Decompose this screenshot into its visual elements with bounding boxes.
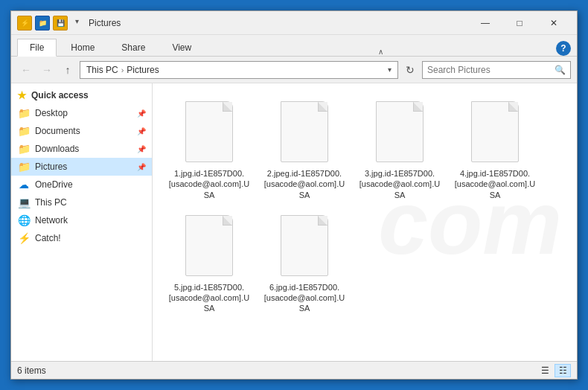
up-button[interactable]: ↑ bbox=[59, 61, 77, 79]
sidebar-item-thispc[interactable]: 💻 This PC bbox=[11, 194, 152, 211]
grid-view-button[interactable]: ☷ bbox=[555, 364, 571, 377]
star-icon: ★ bbox=[17, 89, 27, 101]
minimize-button[interactable]: — bbox=[468, 11, 502, 35]
quick-access-label: Quick access bbox=[31, 90, 89, 100]
quick-access-header[interactable]: ★ Quick access bbox=[11, 86, 152, 104]
file-icon-2 bbox=[278, 98, 331, 165]
sidebar-item-desktop[interactable]: 📁 Desktop 📌 bbox=[11, 104, 152, 122]
file-name-6: 6.jpg.id-1E857D00.[usacode@aol.com].USA bbox=[263, 282, 345, 314]
file-item-5[interactable]: 5.jpg.id-1E857D00.[usacode@aol.com].USA bbox=[164, 209, 254, 317]
file-name-3: 3.jpg.id-1E857D00.[usacode@aol.com].USA bbox=[359, 168, 441, 200]
folder-icon-documents: 📁 bbox=[17, 124, 31, 138]
tab-file[interactable]: File bbox=[17, 39, 57, 57]
file-icon-3 bbox=[373, 98, 426, 165]
sidebar-label-documents: Documents bbox=[35, 126, 80, 136]
file-icon-5 bbox=[182, 212, 236, 279]
ribbon-expand-icon[interactable]: ∧ bbox=[378, 48, 383, 56]
files-grid: 1.jpg.id-1E857D00.[usacode@aol.com].USA … bbox=[159, 89, 571, 323]
thispc-icon: 💻 bbox=[17, 196, 31, 209]
main-content: ★ Quick access 📁 Desktop 📌 📁 Documents 📌… bbox=[11, 83, 577, 361]
catch-icon: ⚡ bbox=[17, 231, 31, 245]
help-button[interactable]: ? bbox=[556, 41, 571, 56]
pin-icon-desktop: 📌 bbox=[137, 109, 146, 118]
sidebar-item-catch[interactable]: ⚡ Catch! bbox=[11, 229, 152, 247]
file-item-3[interactable]: 3.jpg.id-1E857D00.[usacode@aol.com].USA bbox=[355, 95, 444, 203]
path-pictures: Pictures bbox=[127, 65, 159, 75]
maximize-button[interactable]: □ bbox=[502, 11, 537, 35]
onedrive-icon: ☁ bbox=[17, 178, 31, 191]
explorer-window: ⚡ 📁 💾 ▾ Pictures — □ ✕ File Home Share V… bbox=[10, 10, 578, 380]
sidebar-label-downloads: Downloads bbox=[35, 144, 79, 154]
sidebar-item-onedrive[interactable]: ☁ OneDrive bbox=[11, 176, 152, 194]
folder-icon-small: 📁 bbox=[35, 16, 50, 31]
title-bar: ⚡ 📁 💾 ▾ Pictures — □ ✕ bbox=[11, 11, 577, 35]
sidebar: ★ Quick access 📁 Desktop 📌 📁 Documents 📌… bbox=[11, 83, 153, 361]
pin-icon-documents: 📌 bbox=[137, 127, 146, 135]
ribbon-tabs: File Home Share View ∧ ? bbox=[11, 35, 577, 56]
address-path[interactable]: This PC › Pictures ▾ bbox=[80, 61, 398, 79]
sidebar-item-network[interactable]: 🌐 Network bbox=[11, 211, 152, 229]
list-view-button[interactable]: ☰ bbox=[537, 364, 553, 377]
folder-icon-pictures: 📁 bbox=[17, 160, 31, 173]
network-icon: 🌐 bbox=[17, 214, 31, 227]
folder-icon-downloads: 📁 bbox=[17, 142, 31, 156]
title-dropdown-arrow[interactable]: ▾ bbox=[71, 16, 83, 28]
file-paper-4 bbox=[471, 101, 519, 162]
refresh-button[interactable]: ↻ bbox=[401, 61, 419, 79]
file-icon-6 bbox=[278, 212, 331, 279]
file-area: com 1.jpg.id-1E857D00.[usacode@aol.com].… bbox=[153, 83, 577, 361]
file-paper-5 bbox=[185, 215, 233, 276]
file-paper-2 bbox=[281, 101, 328, 162]
sidebar-label-desktop: Desktop bbox=[35, 108, 68, 118]
file-name-1: 1.jpg.id-1E857D00.[usacode@aol.com].USA bbox=[168, 168, 250, 200]
search-icon[interactable]: 🔍 bbox=[555, 65, 566, 75]
search-input[interactable] bbox=[427, 65, 552, 75]
address-bar: ← → ↑ This PC › Pictures ▾ ↻ 🔍 bbox=[11, 57, 577, 83]
view-controls: ☰ ☷ bbox=[537, 364, 571, 377]
window-title: Pictures bbox=[89, 18, 468, 28]
path-thispc: This PC bbox=[86, 65, 118, 75]
file-item-1[interactable]: 1.jpg.id-1E857D00.[usacode@aol.com].USA bbox=[164, 95, 254, 203]
sidebar-label-catch: Catch! bbox=[35, 233, 61, 243]
search-box[interactable]: 🔍 bbox=[422, 61, 571, 79]
save-icon: 💾 bbox=[53, 16, 68, 31]
forward-button[interactable]: → bbox=[38, 61, 56, 79]
title-bar-icons: ⚡ 📁 💾 ▾ bbox=[17, 16, 83, 31]
status-bar: 6 items ☰ ☷ bbox=[11, 361, 577, 379]
tab-view[interactable]: View bbox=[159, 39, 204, 56]
sidebar-item-documents[interactable]: 📁 Documents 📌 bbox=[11, 122, 152, 140]
sidebar-label-thispc: This PC bbox=[35, 197, 67, 208]
tab-share[interactable]: Share bbox=[109, 39, 158, 56]
file-item-4[interactable]: 4.jpg.id-1E857D00.[usacode@aol.com].USA bbox=[450, 95, 540, 203]
folder-icon-desktop: 📁 bbox=[17, 106, 31, 120]
item-count: 6 items bbox=[17, 365, 46, 376]
ribbon: File Home Share View ∧ ? bbox=[11, 35, 577, 57]
pin-icon-downloads: 📌 bbox=[137, 145, 146, 153]
file-icon-1 bbox=[182, 98, 236, 165]
path-dropdown-arrow[interactable]: ▾ bbox=[388, 65, 392, 74]
sidebar-item-downloads[interactable]: 📁 Downloads 📌 bbox=[11, 140, 152, 158]
sidebar-label-network: Network bbox=[35, 215, 68, 226]
sidebar-item-pictures[interactable]: 📁 Pictures 📌 bbox=[11, 158, 152, 176]
back-button[interactable]: ← bbox=[17, 61, 35, 79]
file-name-5: 5.jpg.id-1E857D00.[usacode@aol.com].USA bbox=[168, 282, 250, 314]
file-paper-3 bbox=[376, 101, 424, 162]
pin-icon-pictures: 📌 bbox=[137, 163, 146, 171]
file-paper-1 bbox=[185, 101, 233, 162]
quick-access-icon: ⚡ bbox=[17, 16, 32, 31]
file-item-2[interactable]: 2.jpeg.id-1E857D00.[usacode@aol.com].USA bbox=[260, 95, 349, 203]
sidebar-label-pictures: Pictures bbox=[35, 162, 67, 172]
close-button[interactable]: ✕ bbox=[537, 11, 571, 35]
sidebar-label-onedrive: OneDrive bbox=[35, 179, 73, 190]
file-icon-4 bbox=[468, 98, 522, 165]
file-item-6[interactable]: 6.jpg.id-1E857D00.[usacode@aol.com].USA bbox=[260, 209, 349, 317]
file-name-4: 4.jpg.id-1E857D00.[usacode@aol.com].USA bbox=[454, 168, 536, 200]
file-paper-6 bbox=[281, 215, 328, 276]
file-name-2: 2.jpeg.id-1E857D00.[usacode@aol.com].USA bbox=[263, 168, 345, 200]
tab-home[interactable]: Home bbox=[58, 39, 107, 56]
path-sep-1: › bbox=[121, 65, 124, 74]
window-controls: — □ ✕ bbox=[468, 11, 571, 35]
